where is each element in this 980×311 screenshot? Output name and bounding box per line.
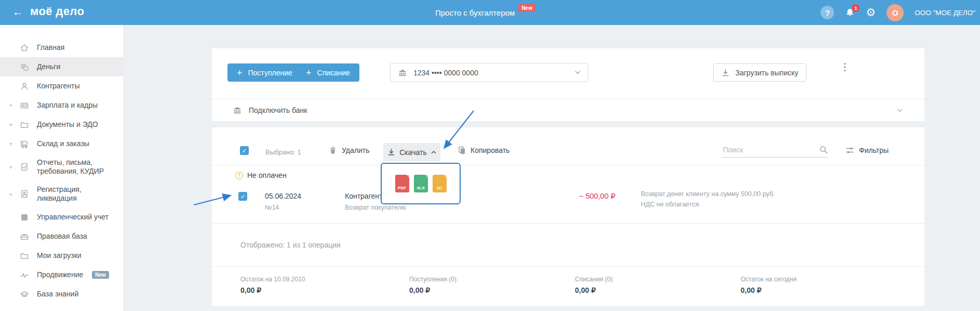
add-income-button[interactable]: + Поступление <box>227 63 302 82</box>
sidebar-item-knowledge-base[interactable]: База знаний <box>0 284 123 304</box>
delete-label: Удалить <box>342 146 369 154</box>
sidebar-item-reports[interactable]: + Отчеты, письма, требования, КУДИР <box>0 153 123 180</box>
ruble-square-icon: ₽ <box>20 213 29 222</box>
sidebar-item-warehouse-orders[interactable]: + Склад и заказы <box>0 134 123 153</box>
filters-label: Фильтры <box>859 146 889 154</box>
summary-value: 0,00 ₽ <box>240 286 305 294</box>
badge-card-icon <box>20 101 29 110</box>
summary-incomes: Поступления (0): 0,00 ₽ <box>409 276 458 294</box>
help-icon[interactable]: ? <box>821 6 834 19</box>
selected-count-label: Выбрано: 1 <box>265 148 301 156</box>
status-label: Не оплачен <box>247 171 287 179</box>
add-expense-label: Списание <box>317 69 351 77</box>
copy-button[interactable]: Копировать <box>458 146 509 154</box>
sidebar-item-promotion[interactable]: Продвижение New <box>0 265 123 284</box>
tagline-new-badge: New <box>518 4 535 12</box>
sidebar-item-label: Продвижение <box>37 270 83 279</box>
sidebar-item-counterparties[interactable]: Контрагенты <box>0 76 123 96</box>
chevron-down-icon <box>575 71 581 74</box>
download-icon <box>387 148 395 156</box>
company-name[interactable]: ООО "МОЕ ДЕЛО" <box>915 9 975 17</box>
search-icon[interactable] <box>819 145 828 154</box>
select-all-checkbox[interactable]: ✓ <box>240 146 249 155</box>
summary-label: Списания (0): <box>575 276 614 283</box>
top-bar: ← моё дело Просто с бухгалтером New ? 1 … <box>0 0 980 25</box>
sidebar-item-label: Зарплата и кадры <box>37 101 98 110</box>
add-expense-button[interactable]: + Списание <box>297 63 359 82</box>
sidebar-item-label: Главная <box>37 43 64 52</box>
summary-label: Остаток на сегодня <box>741 276 797 283</box>
xls-file-icon[interactable]: XLS <box>414 175 428 192</box>
search-input[interactable] <box>722 145 816 154</box>
avatar[interactable]: O <box>887 4 904 21</box>
operation-type: Возврат покупателю <box>345 204 406 211</box>
sidebar-item-label: Правовая база <box>37 232 87 241</box>
operation-number: №14 <box>265 204 279 211</box>
app-logo[interactable]: моё дело <box>30 5 84 18</box>
notification-count-badge: 1 <box>852 4 860 12</box>
status-badge: ! Не оплачен <box>235 171 287 179</box>
counterparty-name: Контрагент <box>345 192 382 200</box>
filters-button[interactable]: Фильтры <box>845 146 889 154</box>
1c-file-icon[interactable]: 1C <box>433 175 447 192</box>
sidebar-item-management-accounting[interactable]: ₽ Управленческий учет <box>0 208 123 227</box>
graduation-cap-icon <box>20 290 29 299</box>
delete-button[interactable]: Удалить <box>329 146 369 154</box>
summary-current-balance: Остаток на сегодня 0,00 ₽ <box>741 276 797 294</box>
promotion-new-badge: New <box>92 271 109 279</box>
summary-label: Поступления (0): <box>409 276 458 283</box>
operation-date: 05.06.2024 <box>265 192 301 200</box>
pulse-chart-icon <box>20 270 29 280</box>
sidebar-item-home[interactable]: Главная <box>0 38 123 57</box>
sidebar-nav: Главная ₽ Деньги Контрагенты + Зарплата … <box>0 25 123 311</box>
sidebar-item-label: База знаний <box>37 290 78 299</box>
row-checkbox[interactable]: ✓ <box>238 192 247 201</box>
summary-label: Остаток на 10.09.2010 <box>240 276 305 283</box>
bank-account-value: 1234 •••• 0000 0000 <box>413 69 478 77</box>
summary-value: 0,00 ₽ <box>409 286 458 294</box>
gear-icon[interactable]: ⚙ <box>866 7 876 18</box>
operation-row[interactable]: ! Не оплачен ✓ 05.06.2024 №14 Контрагент… <box>212 165 924 224</box>
upload-statement-label: Загрузить выписку <box>735 69 798 77</box>
trash-icon <box>329 146 337 154</box>
download-button[interactable]: Скачать <box>383 143 440 161</box>
tagline-text: Просто с бухгалтером <box>435 8 515 17</box>
operation-amount: − 500,00 ₽ <box>552 192 615 200</box>
plus-icon: + <box>237 69 243 77</box>
expand-plus-icon: + <box>9 101 13 109</box>
bank-account-select[interactable]: 1234 •••• 0000 0000 <box>390 63 588 82</box>
expand-plus-icon: + <box>9 163 13 171</box>
back-arrow-icon[interactable]: ← <box>12 6 23 18</box>
person-icon <box>20 82 29 91</box>
document-check-icon <box>20 162 29 172</box>
sidebar-item-my-downloads[interactable]: Мои загрузки <box>0 246 123 265</box>
filters-sliders-icon <box>845 146 854 154</box>
download-format-dropdown: PDF XLS 1C <box>381 163 461 204</box>
summary-opening-balance: Остаток на 10.09.2010 0,00 ₽ <box>240 276 305 294</box>
chevron-down-icon <box>897 109 903 112</box>
connect-bank-row[interactable]: Подключить банк <box>212 99 924 121</box>
kebab-menu-icon[interactable]: ⋮ <box>839 61 851 73</box>
copy-label: Копировать <box>471 146 509 154</box>
sidebar-item-legal-base[interactable]: Правовая база <box>0 227 123 246</box>
download-label: Скачать <box>399 148 427 157</box>
sidebar-item-label: Документы и ЭДО <box>37 120 98 129</box>
sidebar-item-money[interactable]: ₽ Деньги <box>0 57 123 76</box>
money-operations-page: ← моё дело Просто с бухгалтером New ? 1 … <box>0 0 980 311</box>
notifications-bell-icon[interactable]: 1 <box>845 8 855 18</box>
operation-description: Возврат денег клиенту на сумму 500,00 ру… <box>641 189 775 210</box>
summary-value: 0,00 ₽ <box>575 286 614 294</box>
upload-statement-button[interactable]: Загрузить выписку <box>713 63 807 82</box>
sidebar-item-documents-edo[interactable]: + Документы и ЭДО <box>0 115 123 134</box>
sidebar-item-label: Контрагенты <box>37 82 79 90</box>
totals-summary: Остаток на 10.09.2010 0,00 ₽ Поступления… <box>212 266 924 306</box>
sidebar-item-salary-hr[interactable]: + Зарплата и кадры <box>0 96 123 115</box>
pdf-file-icon[interactable]: PDF <box>395 175 409 192</box>
operations-panel: ✓ Выбрано: 1 Удалить Скачать Копировать <box>212 127 924 306</box>
sidebar-item-label: Склад и заказы <box>37 139 89 148</box>
folder-icon <box>20 120 29 129</box>
home-icon <box>20 43 29 53</box>
summary-value: 0,00 ₽ <box>741 286 797 294</box>
bank-icon <box>398 68 407 77</box>
sidebar-item-registration[interactable]: + Регистрация, ликвидация <box>0 180 123 208</box>
